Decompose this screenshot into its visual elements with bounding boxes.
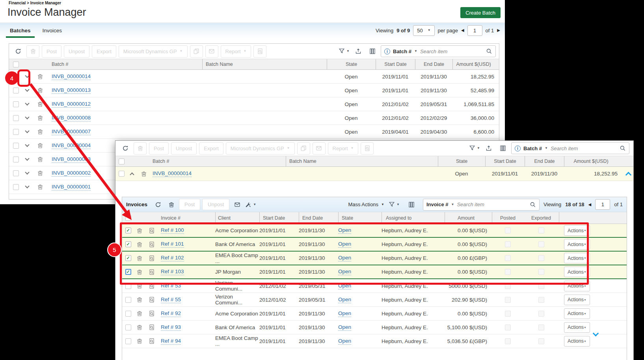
search-field-selector[interactable]: Batch #	[393, 48, 411, 54]
search-field-selector[interactable]: Batch #	[523, 145, 542, 151]
batch-link[interactable]: INVB_00000014	[52, 73, 91, 80]
filter-button[interactable]: ▼	[338, 45, 350, 58]
unpost-button[interactable]: Unpost	[202, 199, 229, 210]
search-field-selector[interactable]: Invoice #	[426, 201, 449, 207]
email-button[interactable]	[205, 45, 218, 58]
row-checkbox-checked[interactable]: ✓	[125, 228, 131, 233]
state-link[interactable]: Open	[338, 269, 351, 275]
batch-link[interactable]: INVB_00000004	[52, 142, 91, 149]
post-button[interactable]: Post	[42, 45, 61, 58]
expand-row-button[interactable]	[22, 166, 32, 180]
select-all-checkbox[interactable]	[125, 215, 131, 221]
page-number-input[interactable]	[467, 25, 482, 36]
invoice-search-input[interactable]	[457, 201, 527, 207]
invoice-link[interactable]: Ref # 92	[161, 310, 181, 317]
header-start-date[interactable]: Start Date	[259, 212, 299, 224]
delete-row-button[interactable]	[136, 269, 143, 275]
unpost-button[interactable]: Unpost	[64, 45, 89, 58]
row-checkbox[interactable]	[125, 297, 131, 303]
header-amount[interactable]: Amount $(USD)	[564, 156, 623, 166]
dynamics-gp-button[interactable]: Microsoft Dynamics GP ▼	[226, 142, 295, 155]
expand-row-button[interactable]	[22, 84, 32, 97]
expand-row-button[interactable]	[22, 153, 32, 166]
preview-invoice-button[interactable]	[149, 297, 155, 303]
delete-row-button[interactable]	[141, 171, 147, 177]
row-checkbox[interactable]	[125, 283, 131, 289]
batch-link[interactable]: INVB_00000014	[153, 170, 192, 177]
batch-link[interactable]: INVB_00000003	[52, 156, 91, 163]
actions-button[interactable]: Actions▼	[564, 336, 590, 347]
actions-button[interactable]: Actions▼	[564, 225, 590, 236]
state-link[interactable]: Open	[338, 255, 351, 261]
state-link[interactable]: Open	[338, 241, 351, 248]
expand-row-button[interactable]	[22, 111, 32, 125]
preview-invoice-button[interactable]	[149, 255, 155, 261]
post-button[interactable]: Post	[149, 142, 169, 155]
header-invoice[interactable]: Invoice #	[158, 212, 215, 224]
actions-button[interactable]: Actions▼	[564, 322, 590, 333]
search-icon[interactable]	[486, 48, 492, 54]
preview-button[interactable]	[361, 142, 374, 155]
prev-page-button[interactable]: ◀	[588, 203, 592, 207]
batch-link[interactable]: INVB_00000013	[52, 87, 91, 94]
page-number-input[interactable]	[595, 199, 610, 210]
breadcrumb[interactable]: Financial > Invoice Manager	[9, 1, 61, 5]
prev-page-button[interactable]: ◀	[461, 28, 464, 32]
header-state[interactable]: State	[327, 59, 376, 69]
refresh-button[interactable]	[119, 142, 131, 155]
state-link[interactable]: Open	[338, 310, 351, 317]
per-page-select[interactable]: 50 ▼	[413, 25, 434, 36]
mass-actions-button[interactable]: Mass Actions ▼	[348, 201, 384, 207]
select-all-checkbox[interactable]	[119, 159, 125, 164]
columns-button[interactable]	[497, 142, 509, 155]
scroll-up-icon[interactable]	[625, 172, 631, 178]
invoice-link[interactable]: Ref # 102	[161, 255, 184, 261]
delete-row-button[interactable]	[37, 184, 43, 190]
delete-row-button[interactable]	[37, 156, 43, 162]
report-button[interactable]: Report ▼	[221, 45, 251, 58]
row-checkbox[interactable]	[125, 338, 131, 344]
header-end-date[interactable]: End Date	[299, 212, 338, 224]
header-client[interactable]: Client	[215, 212, 259, 224]
delete-button[interactable]	[134, 142, 147, 155]
state-link[interactable]: Open	[338, 324, 351, 331]
invoice-link[interactable]: Ref # 93	[161, 324, 181, 331]
header-start-date[interactable]: Start Date	[376, 59, 415, 69]
batch-link[interactable]: INVB_00000008	[52, 115, 91, 121]
columns-button[interactable]	[367, 45, 378, 58]
delete-row-button[interactable]	[37, 115, 43, 121]
batch-search-input[interactable]	[420, 48, 483, 54]
header-batch[interactable]: Batch #	[151, 156, 286, 166]
delete-row-button[interactable]	[37, 142, 43, 149]
export-grid-button[interactable]	[352, 45, 364, 58]
search-icon[interactable]	[620, 145, 626, 151]
columns-button[interactable]	[406, 199, 417, 210]
delete-row-button[interactable]	[37, 129, 43, 135]
delete-row-button[interactable]	[136, 324, 143, 330]
header-assigned[interactable]: Assigned to	[382, 212, 445, 224]
expand-row-button[interactable]	[22, 97, 32, 111]
copy-button[interactable]	[190, 45, 203, 58]
expand-row-button[interactable]	[22, 139, 32, 152]
row-checkbox[interactable]	[119, 171, 125, 177]
header-batch-name[interactable]: Batch Name	[202, 59, 327, 69]
copy-button[interactable]	[297, 142, 310, 155]
row-checkbox[interactable]	[125, 325, 131, 330]
export-button[interactable]: Export	[199, 142, 223, 155]
batch-link[interactable]: INVB_00000001	[52, 184, 91, 190]
email-button[interactable]	[231, 199, 243, 210]
row-checkbox[interactable]	[13, 74, 19, 80]
preview-invoice-button[interactable]	[149, 228, 155, 234]
preview-button[interactable]	[253, 45, 266, 58]
row-checkbox-checked[interactable]: ✓	[125, 255, 131, 261]
batch-link[interactable]: INVB_00000007	[52, 129, 91, 135]
delete-button[interactable]	[166, 199, 177, 210]
preview-invoice-button[interactable]	[149, 241, 155, 248]
batch-search-input[interactable]	[551, 145, 617, 151]
collapse-row-button[interactable]	[127, 167, 137, 181]
header-batch-name[interactable]: Batch Name	[286, 156, 438, 166]
delete-row-button[interactable]	[136, 338, 143, 344]
header-state[interactable]: State	[338, 212, 382, 224]
delete-row-button[interactable]	[37, 73, 43, 80]
row-checkbox[interactable]	[13, 184, 19, 190]
